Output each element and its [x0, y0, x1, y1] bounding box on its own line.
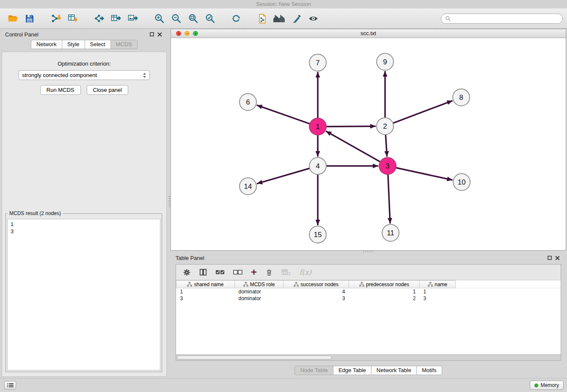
float-panel-icon[interactable]	[546, 254, 553, 262]
export-network-button[interactable]	[91, 10, 107, 27]
table-cell[interactable]: 1	[176, 288, 235, 295]
run-mcds-button[interactable]: Run MCDS	[40, 85, 81, 95]
search-input[interactable]	[453, 15, 559, 22]
control-panel-header: Control Panel	[0, 29, 168, 40]
window-traffic-lights	[176, 31, 198, 36]
table-tab-network-table[interactable]: Network Table	[371, 366, 417, 375]
table-cell[interactable]: 3	[420, 295, 456, 302]
zoom-in-button[interactable]	[151, 10, 168, 27]
memory-button[interactable]: Memory	[530, 381, 564, 390]
delete-row-button[interactable]	[265, 268, 273, 276]
add-column-button[interactable]: +	[251, 268, 257, 276]
table-horizontal-scrollbar[interactable]	[176, 354, 561, 360]
refresh-button[interactable]	[228, 10, 245, 27]
float-panel-icon[interactable]	[148, 30, 156, 38]
graph-node-9[interactable]: 9	[377, 53, 394, 70]
add-column-icon: +	[251, 268, 257, 276]
column-edit-icon	[359, 282, 364, 287]
table-cell[interactable]: 3	[176, 295, 235, 302]
network-canvas[interactable]: 7968124314101511	[171, 38, 566, 250]
task-list-icon	[7, 383, 14, 388]
table-tab-motifs[interactable]: Motifs	[416, 366, 442, 375]
table-cell[interactable]: 4	[284, 288, 349, 295]
column-header-predecessor-nodes[interactable]: predecessor nodes	[349, 281, 420, 288]
network-window-titlebar[interactable]: scc.txt	[171, 29, 566, 38]
table-cell[interactable]: 3	[284, 295, 349, 302]
table-cell[interactable]: 2	[349, 295, 420, 302]
table-panel-title: Table Panel	[176, 255, 204, 261]
graph-edge-2-8[interactable]	[392, 101, 453, 124]
scrollbar-thumb[interactable]	[177, 356, 332, 359]
optimization-criterion-select[interactable]: strongly connected component	[19, 70, 150, 80]
close-panel-icon[interactable]	[553, 254, 561, 262]
table-settings-icon	[183, 268, 191, 276]
export-image-button[interactable]	[124, 10, 141, 27]
close-panel-button[interactable]: Close panel	[87, 85, 129, 95]
graph-edge-2-3[interactable]	[385, 134, 387, 157]
control-tab-mcds[interactable]: MCDS	[110, 40, 138, 49]
zoom-out-button[interactable]	[168, 10, 184, 27]
export-table-button[interactable]	[107, 10, 124, 27]
home-layout-button[interactable]	[271, 10, 288, 27]
table-cell[interactable]: dominator	[235, 295, 284, 302]
control-tab-select[interactable]: Select	[85, 40, 111, 49]
graph-node-15[interactable]: 15	[309, 226, 326, 243]
delete-column-button[interactable]	[281, 269, 291, 276]
import-table-from-file-button[interactable]	[64, 10, 81, 27]
table-settings-button[interactable]	[183, 268, 191, 276]
close-panel-icon[interactable]	[156, 30, 163, 38]
table-tab-node-table[interactable]: Node Table	[295, 366, 333, 375]
task-history-button[interactable]	[4, 381, 16, 389]
apply-style-button[interactable]	[288, 10, 305, 27]
table-row[interactable]: 1dominator411	[176, 288, 561, 295]
column-header-successor-nodes[interactable]: successor nodes	[284, 281, 349, 288]
delete-row-icon	[265, 268, 273, 276]
graph-edge-3-11[interactable]	[388, 174, 390, 224]
import-network-from-file-button[interactable]	[47, 10, 64, 27]
graph-node-10[interactable]: 10	[453, 174, 470, 190]
main-toolbar	[0, 8, 567, 29]
graph-edge-1-6[interactable]	[257, 105, 311, 124]
table-tab-edge-table[interactable]: Edge Table	[333, 366, 372, 375]
column-header-shared-name[interactable]: shared name	[176, 281, 235, 288]
show-graphics-details-button[interactable]	[305, 10, 322, 27]
clone-network-button[interactable]	[254, 10, 271, 27]
network-graph[interactable]: 7968124314101511	[171, 38, 566, 251]
graph-node-6[interactable]: 6	[239, 94, 256, 110]
close-window-icon[interactable]	[176, 31, 181, 36]
unselect-all-button[interactable]	[233, 269, 242, 276]
graph-node-label: 4	[316, 162, 319, 170]
graph-node-11[interactable]: 11	[382, 224, 399, 241]
search-box[interactable]	[441, 14, 563, 24]
minimize-window-icon[interactable]	[184, 31, 190, 36]
graph-edge-4-14[interactable]	[257, 168, 311, 184]
column-header-mcds-role[interactable]: MCDS role	[235, 281, 284, 288]
zoom-window-icon[interactable]	[193, 31, 198, 36]
graph-node-2[interactable]: 2	[377, 118, 394, 135]
graph-node-1[interactable]: 1	[309, 118, 326, 135]
graph-node-3[interactable]: 3	[379, 157, 396, 174]
graph-node-4[interactable]: 4	[309, 157, 326, 174]
table-cell[interactable]: 1	[349, 288, 420, 295]
graph-edge-3-10[interactable]	[395, 168, 453, 180]
table-row[interactable]: 3dominator323	[176, 295, 561, 302]
function-builder-icon: f(x)	[299, 268, 311, 276]
graph-edge-1-2[interactable]	[325, 126, 376, 127]
graph-node-14[interactable]: 14	[239, 178, 256, 195]
zoom-selected-button[interactable]	[201, 10, 218, 27]
save-session-button[interactable]	[21, 10, 38, 27]
open-file-button[interactable]	[4, 10, 21, 27]
graph-edge-3-1[interactable]	[326, 131, 381, 162]
graph-node-7[interactable]: 7	[309, 54, 326, 71]
control-tab-network[interactable]: Network	[31, 40, 62, 49]
column-header-name[interactable]: name	[420, 281, 456, 288]
show-columns-button[interactable]	[199, 268, 207, 276]
table-cell[interactable]: 1	[420, 288, 456, 295]
control-tab-style[interactable]: Style	[62, 40, 85, 49]
table-cell[interactable]: dominator	[235, 288, 284, 295]
zoom-fit-button[interactable]	[184, 10, 201, 27]
select-all-button[interactable]	[215, 269, 225, 276]
graph-node-8[interactable]: 8	[453, 89, 470, 106]
control-panel: Control Panel NetworkStyleSelectMCDS Opt…	[0, 29, 168, 378]
function-builder-button[interactable]: f(x)	[299, 268, 311, 276]
